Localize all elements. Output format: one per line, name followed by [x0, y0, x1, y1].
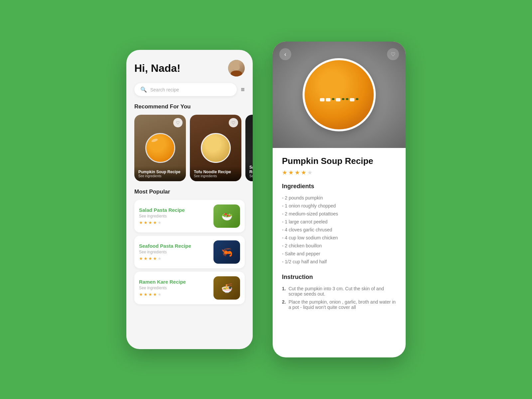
ingredient-list: - 2 pounds pumpkin - 1 onion roughly cho…: [282, 194, 396, 266]
popular-sub-salad: See ingredients: [139, 214, 209, 218]
ingredient-item: - 2 pounds pumpkin: [282, 194, 396, 202]
instruction-title: Instruction: [282, 274, 396, 281]
popular-info-salad: Salad Pasta Recipe See ingredients ★ ★ ★…: [139, 207, 209, 225]
popular-card-salad[interactable]: Salad Pasta Recipe See ingredients ★ ★ ★…: [134, 200, 245, 232]
popular-title: Most Popular: [134, 189, 245, 195]
rec-card-soup[interactable]: ♡ Pumpkin Soup Recipe See ingredients: [134, 115, 186, 181]
search-bar[interactable]: 🔍 Search recipe: [134, 83, 237, 96]
search-input[interactable]: Search recipe: [150, 87, 179, 92]
hero-heart-button[interactable]: ♡: [387, 48, 399, 60]
ingredient-item: - 1 onion roughly chopped: [282, 202, 396, 210]
recommend-scroll: ♡ Pumpkin Soup Recipe See ingredients ♡ …: [134, 115, 245, 181]
instruction-step-2: 2. Place the pumpkin, onion , garlic, br…: [282, 298, 396, 311]
header-row: Hi, Nada!: [134, 60, 245, 76]
rec-sub-salmon: See ingredients: [249, 174, 253, 178]
rec-sub-soup: See ingredients: [138, 174, 182, 178]
recipe-title: Pumpkin Soup Recipe: [282, 156, 396, 166]
heart-button-soup[interactable]: ♡: [173, 118, 183, 127]
soup-bowl-hero: [303, 58, 376, 131]
popular-info-seafood: Seafood Pasta Recipe See ingredients ★ ★…: [139, 243, 209, 261]
ingredients-title: Ingredients: [282, 183, 396, 190]
rec-title-soup: Pumpkin Soup Recipe: [138, 170, 182, 174]
popular-img-salad: 🥗: [213, 204, 240, 228]
stars-ramen: ★ ★ ★ ★ ★: [139, 292, 209, 297]
instruction-list: 1. Cut the pumpkin into 3 cm. Cut the sk…: [282, 285, 396, 311]
stars-seafood: ★ ★ ★ ★ ★: [139, 256, 209, 261]
ingredient-item: - 1/2 cup half and half: [282, 258, 396, 266]
popular-list: Salad Pasta Recipe See ingredients ★ ★ ★…: [134, 200, 245, 304]
popular-title-ramen: Ramen Kare Recipe: [139, 279, 209, 285]
stars-salad: ★ ★ ★ ★ ★: [139, 220, 209, 225]
rec-title-salmon: Salmon Kare Recipe: [249, 165, 253, 174]
ingredient-item: - 2 medium-sized potattoes: [282, 210, 396, 218]
rec-title-noodle: Tofu Noodle Recipe: [194, 170, 237, 174]
right-phone: ‹ ♡ Pumpkin Soup Recipe ★ ★ ★ ★ ★ Ingred…: [273, 42, 406, 357]
popular-sub-ramen: See ingredients: [139, 286, 209, 290]
recipe-content: Pumpkin Soup Recipe ★ ★ ★ ★ ★ Ingredient…: [273, 148, 406, 319]
popular-title-seafood: Seafood Pasta Recipe: [139, 243, 209, 249]
rec-card-noodle[interactable]: ♡ Tofu Noodle Recipe See ingredients: [190, 115, 241, 181]
recipe-hero: ‹ ♡: [273, 42, 406, 148]
heart-button-noodle[interactable]: ♡: [229, 118, 238, 127]
rec-overlay-soup: Pumpkin Soup Recipe See ingredients: [134, 166, 186, 181]
rec-overlay-noodle: Tofu Noodle Recipe See ingredients: [190, 166, 241, 181]
recommend-title: Recommend For You: [134, 103, 245, 110]
ingredient-item: - 1 large carrot peeled: [282, 218, 396, 226]
popular-info-ramen: Ramen Kare Recipe See ingredients ★ ★ ★ …: [139, 279, 209, 297]
popular-title-salad: Salad Pasta Recipe: [139, 207, 209, 213]
greeting: Hi, Nada!: [134, 62, 181, 74]
ingredient-item: - 4 cloves garlic chrused: [282, 226, 396, 234]
left-phone: Hi, Nada! 🔍 Search recipe ≡ Recommend Fo…: [126, 50, 253, 349]
filter-icon[interactable]: ≡: [241, 86, 245, 93]
rec-card-salmon[interactable]: ♡ Salmon Kare Recipe See ingredients: [245, 115, 253, 181]
ingredient-item: - 4 cup low sodium chicken: [282, 234, 396, 242]
popular-card-seafood[interactable]: Seafood Pasta Recipe See ingredients ★ ★…: [134, 236, 245, 268]
popular-sub-seafood: See ingredients: [139, 250, 209, 254]
ingredient-item: - 2 chicken bouillon: [282, 242, 396, 250]
ingredient-item: - Salte and pepper: [282, 250, 396, 258]
back-button[interactable]: ‹: [279, 48, 291, 60]
rec-overlay-salmon: Salmon Kare Recipe See ingredients: [245, 162, 253, 181]
avatar[interactable]: [228, 60, 245, 76]
popular-img-seafood: 🦐: [213, 240, 240, 264]
instruction-step-1: 1. Cut the pumpkin into 3 cm. Cut the sk…: [282, 285, 396, 298]
rec-sub-noodle: See ingredients: [194, 174, 237, 178]
popular-card-ramen[interactable]: Ramen Kare Recipe See ingredients ★ ★ ★ …: [134, 272, 245, 304]
recipe-stars: ★ ★ ★ ★ ★: [282, 169, 396, 176]
search-icon: 🔍: [140, 86, 147, 93]
popular-img-ramen: 🍜: [213, 276, 240, 300]
search-row: 🔍 Search recipe ≡: [134, 83, 245, 96]
